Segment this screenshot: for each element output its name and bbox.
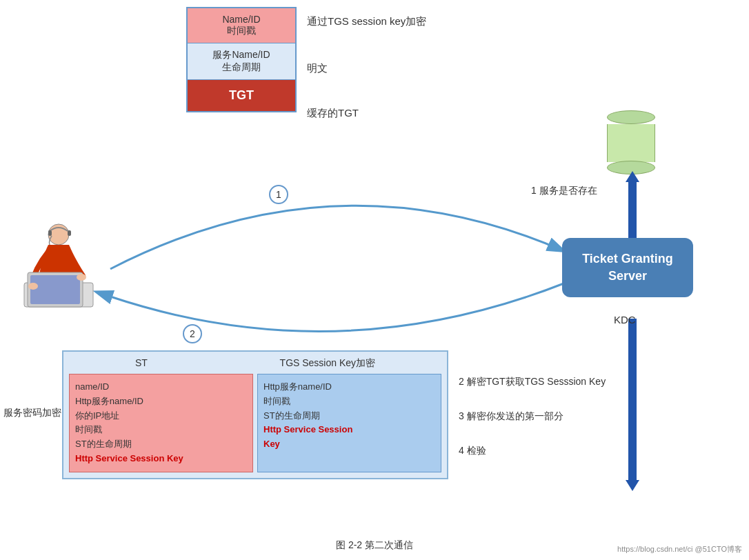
vertical-arrow-up — [626, 171, 639, 240]
vertical-arrow-down — [626, 319, 639, 491]
label-tgs-key: 通过TGS session key加密 — [307, 15, 426, 28]
label-step3: 3 解密你发送的第一部分 — [459, 410, 666, 423]
svg-rect-4 — [68, 230, 71, 236]
label-step4: 4 检验 — [459, 445, 486, 457]
tgs-server-box: Ticket GrantingServer — [562, 238, 693, 297]
label-service-pwd: 服务密码加密 — [3, 407, 61, 419]
svg-rect-3 — [48, 230, 52, 236]
svg-point-9 — [77, 274, 86, 281]
arrow-head-down — [626, 480, 639, 491]
svg-rect-7 — [30, 275, 80, 304]
tgs-session-label: TGS Session Key加密 — [280, 357, 376, 370]
circle-number-1: 1 — [269, 185, 288, 204]
label-huancun: 缓存的TGT — [307, 107, 359, 120]
diagram-container: Name/ID时间戳 服务Name/ID生命周期 TGT 通过TGS sessi… — [0, 0, 749, 560]
response-box: ST TGS Session Key加密 name/ID Http服务name/… — [62, 350, 448, 479]
client-figure — [21, 221, 97, 313]
cyl-top — [607, 110, 655, 124]
response-right-box: Http服务name/ID 时间戳 ST的生命周期 Http Service S… — [257, 374, 441, 472]
circle-number-2: 2 — [183, 324, 202, 343]
arrow-head-up — [626, 171, 639, 182]
label-mingwen: 明文 — [307, 62, 328, 75]
http-session-key-right: Http Service SessionKey — [263, 424, 352, 449]
http-session-key-left: Http Service Session Key — [75, 453, 183, 463]
cyl-body — [607, 124, 655, 162]
st-label: ST — [135, 357, 148, 370]
watermark: https://blog.csdn.net/ci @51CTO博客 — [617, 544, 742, 554]
request-box: Name/ID时间戳 服务Name/ID生命周期 TGT — [186, 7, 297, 112]
arrow-line-up — [628, 182, 637, 240]
client-icon — [21, 221, 97, 310]
label-service-exists: 1 服务是否存在 — [531, 185, 597, 197]
svg-point-8 — [28, 283, 38, 290]
tgs-server-label: Ticket GrantingServer — [582, 252, 673, 283]
diagram-caption: 图 2-2 第二次通信 — [336, 539, 413, 552]
request-row-tgt: TGT — [188, 80, 295, 111]
database-cylinder — [607, 110, 655, 174]
response-header: ST TGS Session Key加密 — [69, 357, 441, 370]
arrow-line-down — [628, 319, 637, 480]
label-kdc: KDC — [614, 314, 636, 326]
request-row-nameid: Name/ID时间戳 — [188, 8, 295, 43]
response-left-box: name/ID Http服务name/ID 你的IP地址 时间戳 ST的生命周期… — [69, 374, 253, 472]
label-step2: 2 解密TGT获取TGS Sesssion Key — [459, 376, 666, 388]
response-body: name/ID Http服务name/ID 你的IP地址 时间戳 ST的生命周期… — [69, 374, 441, 472]
request-row-service: 服务Name/ID生命周期 — [188, 43, 295, 80]
